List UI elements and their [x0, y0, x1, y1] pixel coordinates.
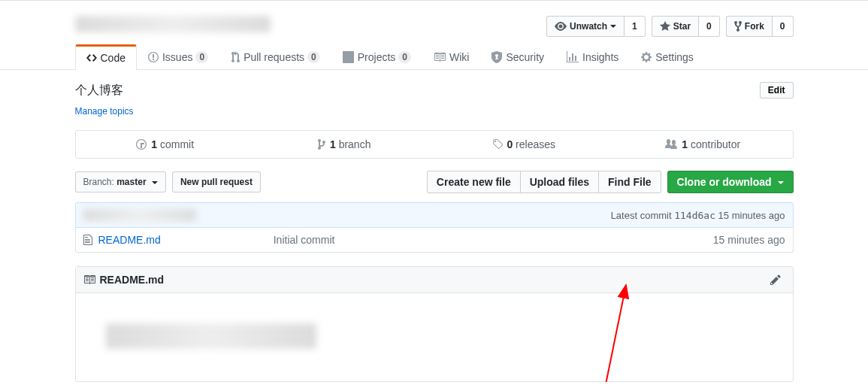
fork-label: Fork — [745, 19, 764, 34]
clone-download-button[interactable]: Clone or download — [667, 171, 794, 193]
gear-icon — [641, 51, 652, 63]
tag-icon — [492, 138, 503, 150]
readme-header: README.md — [76, 267, 793, 293]
commit-age: 15 minutes ago — [718, 210, 785, 221]
issues-counter: 0 — [195, 51, 208, 63]
branch-icon — [318, 138, 325, 150]
readme-filename: README.md — [100, 274, 165, 286]
graph-icon — [567, 51, 579, 63]
find-file-button[interactable]: Find File — [598, 171, 661, 193]
tab-settings[interactable]: Settings — [630, 44, 705, 69]
pr-icon — [231, 51, 240, 63]
unwatch-label: Unwatch — [570, 19, 607, 34]
file-icon — [83, 234, 92, 246]
unwatch-button[interactable]: Unwatch — [546, 16, 625, 37]
pulls-counter: 0 — [307, 51, 320, 63]
new-pr-button[interactable]: New pull request — [172, 171, 261, 192]
tab-insights-label: Insights — [582, 51, 618, 63]
history-icon — [136, 138, 147, 150]
stat-commits[interactable]: 1 commit — [76, 131, 256, 158]
fork-count[interactable]: 0 — [773, 16, 794, 37]
star-label: Star — [673, 19, 691, 34]
book-icon — [83, 274, 95, 286]
star-icon — [660, 20, 670, 32]
stat-releases[interactable]: 0 releases — [434, 131, 614, 158]
pencil-icon[interactable] — [770, 274, 781, 286]
tab-security-label: Security — [506, 51, 544, 63]
tab-wiki-label: Wiki — [449, 51, 469, 63]
tab-wiki[interactable]: Wiki — [422, 44, 480, 69]
manage-topics-link[interactable]: Manage topics — [75, 106, 134, 117]
book-icon — [434, 51, 446, 63]
tab-issues-label: Issues — [162, 51, 192, 63]
fork-button[interactable]: Fork — [726, 16, 773, 37]
file-row: README.md Initial commit 15 minutes ago — [76, 228, 793, 252]
tab-code[interactable]: Code — [75, 44, 137, 70]
readme-body — [76, 293, 793, 381]
create-file-button[interactable]: Create new file — [427, 171, 520, 193]
commit-tease: Latest commit 114d6ac 15 minutes ago — [75, 202, 794, 228]
tab-code-label: Code — [101, 52, 126, 64]
project-icon — [343, 51, 354, 63]
projects-counter: 0 — [398, 51, 411, 63]
file-age: 15 minutes ago — [713, 234, 785, 246]
stat-contributors[interactable]: 1 contributor — [613, 131, 793, 158]
fork-icon — [734, 20, 742, 32]
repo-title — [75, 16, 547, 32]
tab-pulls[interactable]: Pull requests 0 — [219, 44, 331, 69]
star-button[interactable]: Star — [652, 16, 699, 37]
code-icon — [86, 52, 97, 64]
tab-insights[interactable]: Insights — [555, 44, 630, 69]
tab-pulls-label: Pull requests — [243, 51, 304, 63]
star-count[interactable]: 0 — [699, 16, 720, 37]
issue-icon — [148, 51, 159, 63]
tab-settings-label: Settings — [655, 51, 694, 63]
stat-branches[interactable]: 1 branch — [255, 131, 434, 158]
upload-files-button[interactable]: Upload files — [520, 171, 598, 193]
repo-description: 个人博客 — [75, 83, 760, 99]
tab-projects[interactable]: Projects 0 — [331, 44, 422, 69]
commit-sha[interactable]: 114d6ac — [674, 210, 715, 221]
people-icon — [665, 138, 677, 150]
eye-icon — [555, 20, 567, 32]
shield-icon — [491, 51, 502, 63]
tab-projects-label: Projects — [358, 51, 396, 63]
branch-select-button[interactable]: Branch: master — [75, 171, 166, 192]
file-commit-msg[interactable]: Initial commit — [161, 234, 713, 246]
tab-security[interactable]: Security — [480, 44, 555, 69]
edit-description-button[interactable]: Edit — [760, 82, 794, 99]
file-name-link[interactable]: README.md — [98, 234, 161, 246]
watch-count[interactable]: 1 — [625, 16, 646, 37]
tab-issues[interactable]: Issues 0 — [137, 44, 219, 69]
